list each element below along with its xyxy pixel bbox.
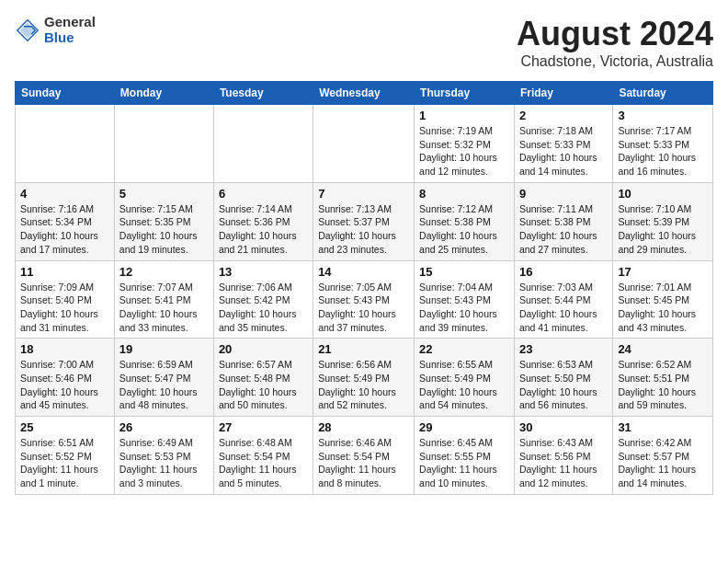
day-info: Sunrise: 6:48 AM Sunset: 5:54 PM Dayligh…: [219, 436, 308, 490]
calendar-week-row: 11Sunrise: 7:09 AM Sunset: 5:40 PM Dayli…: [16, 260, 713, 339]
day-info: Sunrise: 7:19 AM Sunset: 5:32 PM Dayligh…: [419, 124, 509, 178]
calendar-week-row: 4Sunrise: 7:16 AM Sunset: 5:34 PM Daylig…: [16, 182, 713, 260]
calendar-cell: 15Sunrise: 7:04 AM Sunset: 5:43 PM Dayli…: [415, 260, 515, 339]
page-header: General Blue August 2024 Chadstone, Vict…: [15, 15, 713, 70]
title-block: August 2024 Chadstone, Victoria, Austral…: [517, 15, 713, 70]
calendar-cell: 1Sunrise: 7:19 AM Sunset: 5:32 PM Daylig…: [415, 105, 515, 183]
day-number: 7: [318, 187, 409, 201]
day-number: 28: [318, 420, 409, 434]
logo-general-text: General: [44, 15, 96, 30]
calendar-cell: [313, 105, 415, 183]
calendar-cell: 28Sunrise: 6:46 AM Sunset: 5:54 PM Dayli…: [313, 417, 415, 495]
day-info: Sunrise: 6:43 AM Sunset: 5:56 PM Dayligh…: [519, 436, 608, 490]
calendar-cell: 26Sunrise: 6:49 AM Sunset: 5:53 PM Dayli…: [114, 417, 213, 495]
day-number: 6: [219, 187, 308, 201]
day-info: Sunrise: 7:18 AM Sunset: 5:33 PM Dayligh…: [519, 124, 608, 178]
logo-icon: [15, 17, 40, 43]
day-number: 11: [20, 265, 109, 279]
calendar-cell: 10Sunrise: 7:10 AM Sunset: 5:39 PM Dayli…: [613, 182, 713, 260]
day-number: 12: [119, 265, 209, 279]
calendar-cell: 31Sunrise: 6:42 AM Sunset: 5:57 PM Dayli…: [613, 417, 713, 495]
calendar-cell: 13Sunrise: 7:06 AM Sunset: 5:42 PM Dayli…: [213, 260, 313, 339]
day-info: Sunrise: 6:55 AM Sunset: 5:49 PM Dayligh…: [419, 358, 509, 412]
day-number: 4: [20, 187, 109, 201]
subtitle: Chadstone, Victoria, Australia: [517, 53, 713, 70]
calendar-day-header: Sunday: [16, 82, 115, 105]
day-number: 9: [519, 187, 608, 201]
day-number: 14: [318, 265, 409, 279]
day-number: 18: [20, 342, 109, 356]
logo: General Blue: [15, 15, 96, 45]
calendar-cell: 22Sunrise: 6:55 AM Sunset: 5:49 PM Dayli…: [415, 339, 515, 417]
day-info: Sunrise: 7:15 AM Sunset: 5:35 PM Dayligh…: [119, 202, 209, 257]
calendar-header-row: SundayMondayTuesdayWednesdayThursdayFrid…: [16, 82, 713, 105]
day-number: 23: [519, 342, 608, 356]
day-number: 20: [219, 342, 308, 356]
calendar-day-header: Monday: [114, 82, 213, 105]
calendar-cell: 3Sunrise: 7:17 AM Sunset: 5:33 PM Daylig…: [613, 105, 713, 183]
day-number: 30: [519, 420, 608, 434]
day-number: 29: [419, 420, 509, 434]
day-info: Sunrise: 7:06 AM Sunset: 5:42 PM Dayligh…: [219, 281, 308, 335]
day-info: Sunrise: 6:57 AM Sunset: 5:48 PM Dayligh…: [219, 358, 308, 412]
day-info: Sunrise: 6:42 AM Sunset: 5:57 PM Dayligh…: [618, 436, 708, 490]
day-info: Sunrise: 7:17 AM Sunset: 5:33 PM Dayligh…: [618, 124, 708, 178]
day-number: 19: [119, 342, 209, 356]
day-info: Sunrise: 7:05 AM Sunset: 5:43 PM Dayligh…: [318, 281, 409, 335]
day-info: Sunrise: 7:04 AM Sunset: 5:43 PM Dayligh…: [419, 281, 509, 335]
day-info: Sunrise: 7:00 AM Sunset: 5:46 PM Dayligh…: [20, 358, 109, 412]
calendar-cell: 9Sunrise: 7:11 AM Sunset: 5:38 PM Daylig…: [514, 182, 612, 260]
calendar-day-header: Wednesday: [313, 82, 415, 105]
day-number: 24: [618, 342, 708, 356]
main-title: August 2024: [517, 15, 713, 53]
day-info: Sunrise: 7:09 AM Sunset: 5:40 PM Dayligh…: [20, 281, 109, 335]
day-info: Sunrise: 7:01 AM Sunset: 5:45 PM Dayligh…: [618, 281, 708, 335]
calendar-cell: 8Sunrise: 7:12 AM Sunset: 5:38 PM Daylig…: [415, 182, 515, 260]
day-info: Sunrise: 7:03 AM Sunset: 5:44 PM Dayligh…: [519, 281, 608, 335]
day-number: 15: [419, 265, 509, 279]
day-number: 17: [618, 265, 708, 279]
calendar-week-row: 1Sunrise: 7:19 AM Sunset: 5:32 PM Daylig…: [16, 105, 713, 183]
calendar-cell: [213, 105, 313, 183]
day-number: 16: [519, 265, 608, 279]
calendar-day-header: Tuesday: [213, 82, 313, 105]
day-info: Sunrise: 6:53 AM Sunset: 5:50 PM Dayligh…: [519, 358, 608, 412]
day-info: Sunrise: 6:51 AM Sunset: 5:52 PM Dayligh…: [20, 436, 109, 490]
calendar-cell: 7Sunrise: 7:13 AM Sunset: 5:37 PM Daylig…: [313, 182, 415, 260]
day-info: Sunrise: 7:12 AM Sunset: 5:38 PM Dayligh…: [419, 202, 509, 257]
day-number: 26: [119, 420, 209, 434]
calendar-cell: 24Sunrise: 6:52 AM Sunset: 5:51 PM Dayli…: [613, 339, 713, 417]
day-number: 27: [219, 420, 308, 434]
calendar-week-row: 18Sunrise: 7:00 AM Sunset: 5:46 PM Dayli…: [16, 339, 713, 417]
day-number: 10: [618, 187, 708, 201]
calendar-cell: 6Sunrise: 7:14 AM Sunset: 5:36 PM Daylig…: [213, 182, 313, 260]
calendar-cell: 23Sunrise: 6:53 AM Sunset: 5:50 PM Dayli…: [514, 339, 612, 417]
calendar-cell: 14Sunrise: 7:05 AM Sunset: 5:43 PM Dayli…: [313, 260, 415, 339]
calendar-cell: 19Sunrise: 6:59 AM Sunset: 5:47 PM Dayli…: [114, 339, 213, 417]
day-number: 22: [419, 342, 509, 356]
day-info: Sunrise: 7:16 AM Sunset: 5:34 PM Dayligh…: [20, 202, 109, 257]
day-number: 1: [419, 109, 509, 122]
logo-text: General Blue: [44, 15, 96, 45]
calendar-cell: 5Sunrise: 7:15 AM Sunset: 5:35 PM Daylig…: [114, 182, 213, 260]
calendar-day-header: Friday: [514, 82, 612, 105]
calendar-cell: 29Sunrise: 6:45 AM Sunset: 5:55 PM Dayli…: [415, 417, 515, 495]
day-number: 2: [519, 109, 608, 122]
day-info: Sunrise: 7:11 AM Sunset: 5:38 PM Dayligh…: [519, 202, 608, 257]
calendar-cell: 11Sunrise: 7:09 AM Sunset: 5:40 PM Dayli…: [16, 260, 115, 339]
calendar-week-row: 25Sunrise: 6:51 AM Sunset: 5:52 PM Dayli…: [16, 417, 713, 495]
day-number: 21: [318, 342, 409, 356]
day-info: Sunrise: 6:45 AM Sunset: 5:55 PM Dayligh…: [419, 436, 509, 490]
day-number: 8: [419, 187, 509, 201]
calendar-cell: 18Sunrise: 7:00 AM Sunset: 5:46 PM Dayli…: [16, 339, 115, 417]
day-info: Sunrise: 6:49 AM Sunset: 5:53 PM Dayligh…: [119, 436, 209, 490]
day-number: 13: [219, 265, 308, 279]
calendar-cell: [114, 105, 213, 183]
day-number: 3: [618, 109, 708, 122]
day-info: Sunrise: 6:52 AM Sunset: 5:51 PM Dayligh…: [618, 358, 708, 412]
calendar-cell: [16, 105, 115, 183]
calendar-cell: 20Sunrise: 6:57 AM Sunset: 5:48 PM Dayli…: [213, 339, 313, 417]
calendar-day-header: Saturday: [613, 82, 713, 105]
day-number: 31: [618, 420, 708, 434]
calendar-cell: 2Sunrise: 7:18 AM Sunset: 5:33 PM Daylig…: [514, 105, 612, 183]
